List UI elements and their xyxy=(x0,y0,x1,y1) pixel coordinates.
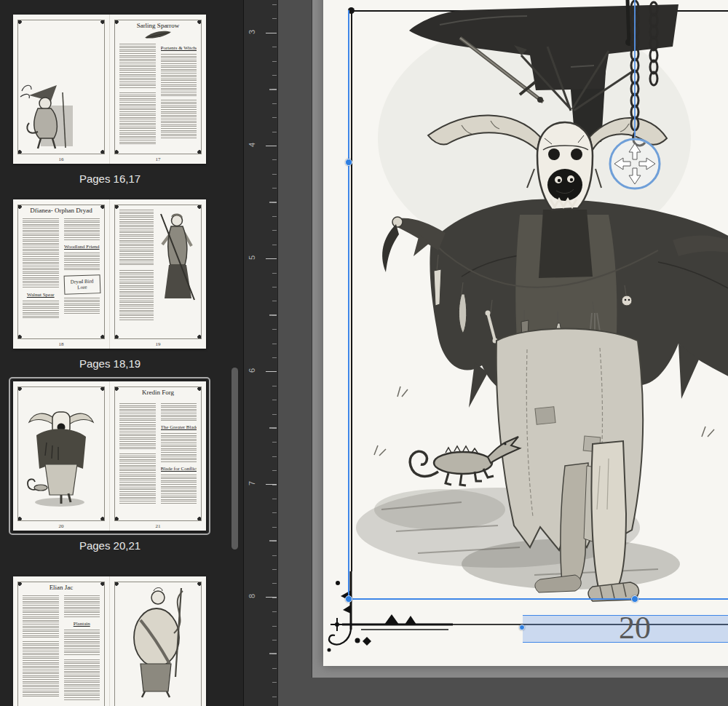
selection-handle-bottom-mid[interactable] xyxy=(631,595,638,603)
thumbnail-label: Pages 16,17 xyxy=(9,172,211,185)
panel-scrollbar[interactable] xyxy=(232,368,238,550)
thumb-page-number: 18 xyxy=(13,341,109,347)
page-number: 20 xyxy=(598,611,671,646)
thumb-page-20[interactable]: 20 xyxy=(13,381,109,531)
ruler-label: 4 xyxy=(248,139,256,151)
elian-jac-illustration xyxy=(124,585,191,702)
thumb-page-21[interactable]: Kredin Forg The Greater Blade Blade for … xyxy=(109,381,206,531)
thumb-page-19[interactable]: 19 xyxy=(109,199,206,349)
article-title: Kredin Forg xyxy=(110,389,206,396)
ruler-label: 6 xyxy=(248,365,256,376)
thumb-page-left[interactable]: Elian Jac Plantain xyxy=(13,576,109,706)
spread-thumbnail[interactable]: 20 Kredin Forg The Greater B xyxy=(13,381,206,531)
page-number-text-frame[interactable]: 20 xyxy=(523,615,728,643)
section-heading: Plantain xyxy=(64,621,100,627)
thumb-page-17[interactable]: Sarling Sparrow Portents & Witchcraf xyxy=(109,15,206,164)
document-page-20[interactable] xyxy=(323,0,728,666)
selection-frame-left-edge[interactable] xyxy=(348,10,349,600)
article-title: Elian Jac xyxy=(13,584,109,591)
dryad-illustration xyxy=(155,211,200,304)
thumb-page-number: 20 xyxy=(13,523,109,529)
spread-thumbnail[interactable]: Dfianea- Orphan Dryad Walnut Spear Woodl… xyxy=(13,199,206,349)
text-column: Portents & Witchcraft xyxy=(161,44,197,151)
text-column xyxy=(23,595,59,706)
section-heading: The Greater Blade xyxy=(161,424,197,430)
ruler-label: 3 xyxy=(248,26,256,38)
thumb-page-number: 19 xyxy=(110,341,206,347)
text-column: The Greater Blade Blade for Conflict xyxy=(161,403,197,517)
selection-frame-bottom-edge[interactable] xyxy=(348,598,728,600)
thumbnail-pages-18-19[interactable]: Dfianea- Orphan Dryad Walnut Spear Woodl… xyxy=(9,195,211,370)
kredin-forg-artwork[interactable] xyxy=(352,0,728,604)
vertical-ruler[interactable]: 3 4 5 6 7 8 xyxy=(244,0,278,706)
text-frame-handle-left-mid[interactable] xyxy=(519,624,525,630)
spread-thumbnail[interactable]: 16 Sarling Sparrow xyxy=(13,15,206,164)
frame-center-guide xyxy=(634,0,636,137)
thumb-page-18[interactable]: Dfianea- Orphan Dryad Walnut Spear Woodl… xyxy=(13,199,109,349)
corner-flourish-ornament xyxy=(323,571,462,655)
selection-handle-bottom-left[interactable] xyxy=(345,595,352,603)
text-column xyxy=(119,210,154,336)
goblin-illustration xyxy=(19,81,76,154)
kredin-forg-mini-illustration xyxy=(25,394,98,509)
thumbnail-pages-22-23[interactable]: Elian Jac Plantain xyxy=(9,572,211,706)
ruler-label: 5 xyxy=(248,252,256,263)
ruler-major-ticks xyxy=(266,33,277,706)
ruler-label: 8 xyxy=(248,590,256,602)
thumbnail-selected-frame: 20 Kredin Forg The Greater B xyxy=(9,377,210,535)
thumb-page-number: 16 xyxy=(13,156,109,162)
document-canvas[interactable]: 20 xyxy=(278,0,728,706)
thumb-page-16[interactable]: 16 xyxy=(13,15,109,164)
origin-crosshair-marker xyxy=(331,618,344,631)
thumbnail-pages-20-21[interactable]: 20 Kredin Forg The Greater B xyxy=(9,377,211,552)
text-column: Woodland Friend Dryad Bird Lore xyxy=(64,218,100,336)
thumbnail-label: Pages 18,19 xyxy=(9,357,211,370)
thumbnail-frame: 16 Sarling Sparrow xyxy=(9,10,210,168)
thumbnail-frame: Dfianea- Orphan Dryad Walnut Spear Woodl… xyxy=(9,195,210,353)
text-column: Plantain xyxy=(64,595,100,706)
publisher-app: 16 Sarling Sparrow xyxy=(0,0,728,706)
thumbnail-label: Pages 20,21 xyxy=(9,539,211,552)
selection-handle-left-mid[interactable] xyxy=(345,159,352,166)
text-column xyxy=(119,44,156,151)
thumb-page-right[interactable] xyxy=(109,576,206,706)
section-heading: Walnut Spear xyxy=(23,292,59,298)
thumbnail-pages-16-17[interactable]: 16 Sarling Sparrow xyxy=(9,10,211,185)
ruler-label: 7 xyxy=(248,477,256,489)
text-column xyxy=(119,403,156,517)
section-heading: Woodland Friend xyxy=(64,244,100,250)
move-cursor-icon xyxy=(608,137,662,191)
spread-thumbnail[interactable]: Elian Jac Plantain xyxy=(13,576,206,706)
sidebar-box: Dryad Bird Lore xyxy=(63,274,100,295)
feather-illustration xyxy=(143,30,173,40)
section-heading: Portents & Witchcraft xyxy=(161,45,197,51)
thumb-page-number: 17 xyxy=(110,156,206,162)
thumbnail-frame: Elian Jac Plantain xyxy=(9,572,210,706)
section-heading: Blade for Conflict xyxy=(161,466,197,472)
article-title: Sarling Sparrow xyxy=(110,22,206,29)
pages-panel: 16 Sarling Sparrow xyxy=(0,0,244,706)
thumb-page-number: 21 xyxy=(110,523,206,529)
article-title: Dfianea- Orphan Dryad xyxy=(13,207,109,214)
text-column: Walnut Spear xyxy=(23,218,59,336)
